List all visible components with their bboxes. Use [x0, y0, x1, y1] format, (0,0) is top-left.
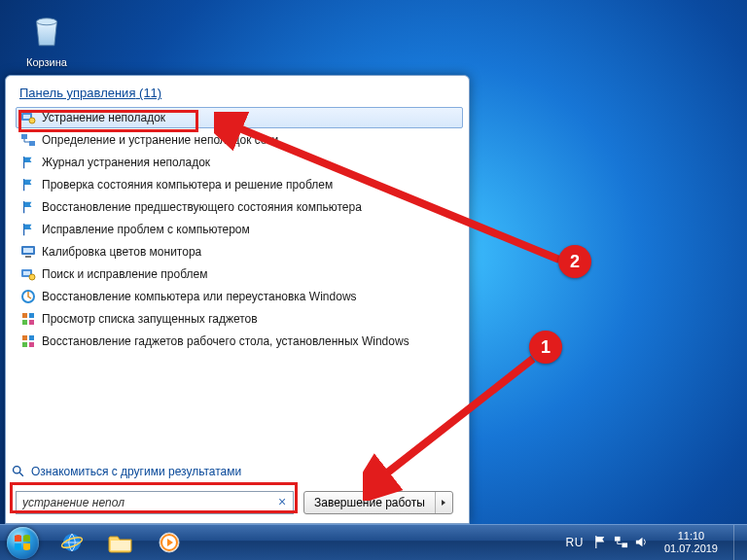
flag-icon	[20, 199, 36, 215]
svg-point-3	[29, 118, 35, 123]
svg-rect-17	[22, 335, 27, 340]
clear-search-button[interactable]: ×	[274, 494, 290, 509]
gadget-icon	[20, 311, 36, 327]
result-item-check-status[interactable]: Проверка состояния компьютера и решение …	[16, 174, 463, 195]
troubleshoot-icon	[20, 110, 36, 125]
result-item-find-fix[interactable]: Поиск и исправление проблем	[16, 263, 463, 285]
result-item-troubleshoot[interactable]: Устранение неполадок	[16, 107, 463, 128]
taskbar-media-player[interactable]	[146, 528, 193, 557]
result-item-color-calibration[interactable]: Калибровка цветов монитора	[16, 241, 463, 262]
result-item-label: Поиск и исправление проблем	[42, 267, 207, 281]
result-item-label: Проверка состояния компьютера и решение …	[42, 178, 333, 192]
start-menu: Панель управления (11) Устранение непола…	[5, 75, 470, 524]
result-item-label: Восстановление гаджетов рабочего стола, …	[42, 334, 409, 348]
result-item-label: Исправление проблем с компьютером	[42, 223, 250, 236]
network-icon	[20, 132, 36, 148]
svg-rect-15	[22, 320, 27, 325]
search-input[interactable]	[16, 491, 294, 514]
svg-rect-20	[29, 342, 34, 347]
media-player-icon	[158, 531, 181, 554]
recycle-bin-label: Корзина	[18, 56, 76, 68]
result-item-label: Определение и устранение неполадок сети	[42, 133, 278, 147]
result-item-label: Восстановление компьютера или переустано…	[42, 290, 357, 303]
result-item-restore-reinstall[interactable]: Восстановление компьютера или переустано…	[16, 286, 463, 307]
system-tray: RU 11:10 01.07.2019	[566, 525, 747, 561]
taskbar-ie[interactable]	[49, 528, 95, 557]
clock-date: 01.07.2019	[664, 542, 718, 555]
result-item-label: Калибровка цветов монитора	[42, 245, 201, 259]
troubleshoot-icon	[20, 266, 36, 282]
monitor-icon	[20, 244, 36, 260]
shutdown-button-group: Завершение работы	[303, 491, 453, 514]
result-item-label: Просмотр списка запущенных гаджетов	[42, 312, 258, 326]
recycle-bin-icon	[26, 10, 67, 51]
svg-rect-4	[21, 134, 27, 139]
folder-icon	[108, 532, 133, 553]
flag-icon	[20, 222, 36, 237]
svg-rect-13	[22, 313, 27, 318]
flag-icon	[20, 177, 36, 192]
shutdown-button[interactable]: Завершение работы	[304, 492, 435, 513]
svg-rect-19	[22, 342, 27, 347]
ie-icon	[60, 531, 84, 554]
annotation-badge-2: 2	[558, 245, 591, 278]
flag-icon	[20, 155, 36, 170]
tray-action-center-icon[interactable]	[593, 535, 608, 551]
result-item-network-troubleshoot[interactable]: Определение и устранение неполадок сети	[16, 129, 463, 151]
svg-rect-10	[23, 271, 30, 275]
clock-time: 11:10	[664, 530, 718, 542]
svg-point-0	[37, 18, 57, 25]
svg-rect-8	[25, 256, 31, 258]
result-item-gadgets-list[interactable]: Просмотр списка запущенных гаджетов	[16, 308, 463, 330]
result-item-label: Восстановление предшествующего состояния…	[42, 200, 362, 214]
gadget-icon	[20, 333, 36, 349]
result-item-restore-gadgets[interactable]: Восстановление гаджетов рабочего стола, …	[16, 331, 463, 352]
windows-logo-icon	[13, 533, 32, 552]
tray-volume-icon[interactable]	[634, 535, 649, 551]
svg-rect-18	[29, 335, 34, 340]
results-count: (11)	[139, 86, 161, 100]
result-item-restore-state[interactable]: Восстановление предшествующего состояния…	[16, 196, 463, 218]
svg-rect-14	[29, 313, 34, 318]
search-icon	[12, 465, 25, 478]
more-results-link[interactable]: Ознакомиться с другими результатами	[6, 459, 469, 484]
restore-icon	[20, 289, 36, 304]
annotation-badge-1: 1	[529, 331, 562, 364]
start-button[interactable]	[0, 525, 45, 561]
shutdown-options-button[interactable]	[435, 492, 452, 513]
more-results-label: Ознакомиться с другими результатами	[31, 465, 241, 478]
svg-rect-7	[23, 248, 33, 253]
results-category-label: Панель управления	[19, 86, 135, 100]
svg-point-11	[29, 274, 35, 280]
svg-rect-16	[29, 320, 34, 325]
taskbar-pinned	[45, 528, 193, 557]
svg-rect-2	[23, 115, 30, 119]
search-box: ×	[16, 491, 294, 514]
results-list: Устранение неполадок Определение и устра…	[16, 107, 463, 352]
chevron-right-icon	[440, 499, 447, 507]
svg-rect-26	[111, 541, 130, 550]
results-category-header[interactable]: Панель управления (11)	[16, 84, 463, 106]
start-menu-footer: × Завершение работы	[6, 484, 469, 523]
recycle-bin[interactable]: Корзина	[18, 10, 76, 68]
svg-rect-29	[615, 536, 621, 541]
lang-indicator[interactable]: RU	[566, 536, 584, 549]
show-desktop-button[interactable]	[733, 525, 743, 561]
taskbar: RU 11:10 01.07.2019	[0, 524, 747, 560]
result-item-fix-problems[interactable]: Исправление проблем с компьютером	[16, 219, 463, 240]
taskbar-explorer[interactable]	[97, 528, 144, 557]
svg-rect-30	[622, 542, 627, 547]
svg-rect-5	[29, 141, 35, 146]
tray-clock[interactable]: 11:10 01.07.2019	[658, 530, 724, 554]
desktop[interactable]: Корзина Панель управления (11) Устранени…	[0, 0, 747, 560]
svg-point-21	[14, 467, 20, 473]
result-item-troubleshoot-history[interactable]: Журнал устранения неполадок	[16, 152, 463, 173]
tray-network-icon[interactable]	[614, 535, 628, 551]
result-item-label: Журнал устранения неполадок	[42, 156, 210, 169]
result-item-label: Устранение неполадок	[42, 111, 165, 124]
